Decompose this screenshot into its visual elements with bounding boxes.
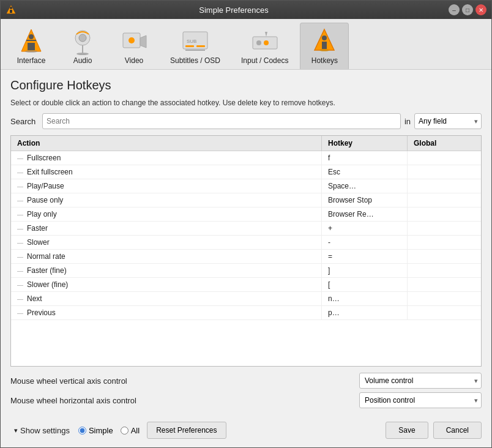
svg-marker-13 [140, 35, 146, 48]
td-action: Play/Pause [11, 179, 322, 193]
footer: Show settings Simple All Reset Preferenc… [1, 422, 491, 447]
td-hotkey: n… [322, 292, 408, 305]
td-global [408, 236, 481, 249]
table-row[interactable]: Next n… [11, 292, 481, 306]
th-global: Global [408, 136, 481, 151]
td-global [408, 165, 481, 179]
svg-rect-17 [185, 45, 194, 47]
simple-radio[interactable] [78, 427, 86, 435]
td-action: Faster (fine) [11, 264, 322, 277]
table-row[interactable]: Play/Pause Space… [11, 179, 481, 193]
table-row[interactable]: Slower - [11, 236, 481, 250]
search-input[interactable] [42, 113, 401, 129]
td-global [408, 193, 481, 207]
simple-radio-label[interactable]: Simple [78, 426, 113, 435]
titlebar-title: Simple Preferences [19, 6, 449, 15]
horizontal-axis-label: Mouse wheel horizontal axis control [10, 396, 136, 405]
tab-hotkeys[interactable]: Hotkeys [300, 23, 349, 69]
td-global [408, 222, 481, 235]
titlebar: Simple Preferences – □ ✕ [1, 1, 491, 19]
horizontal-axis-select-wrapper: Position control Volume control None [359, 392, 482, 408]
horizontal-axis-select[interactable]: Position control Volume control None [359, 392, 482, 408]
svg-rect-18 [196, 45, 205, 47]
table-row[interactable]: Slower (fine) [ [11, 278, 481, 292]
hotkeys-icon [310, 27, 339, 56]
show-settings-button[interactable]: Show settings [10, 425, 73, 436]
vertical-axis-select[interactable]: Volume control Position control None [359, 373, 482, 389]
show-settings-label: Show settings [20, 426, 70, 435]
tab-interface-label: Interface [17, 56, 46, 65]
vlc-logo-icon [6, 4, 17, 15]
tab-hotkeys-label: Hotkeys [311, 56, 338, 65]
table-header: Action Hotkey Global [11, 136, 481, 151]
settings-mode-radio-group: Simple All [78, 426, 140, 435]
td-action: Slower (fine) [11, 278, 322, 291]
vertical-axis-select-wrapper: Volume control Position control None [359, 373, 482, 389]
td-hotkey: p… [322, 306, 408, 319]
td-hotkey: = [322, 250, 408, 263]
table-row[interactable]: Play only Browser Re… [11, 207, 481, 222]
table-row[interactable]: Exit fullscreen Esc [11, 165, 481, 179]
td-action: Play only [11, 207, 322, 221]
save-label: Save [398, 426, 415, 435]
save-button[interactable]: Save [386, 422, 428, 439]
table-row[interactable]: Previous p… [11, 306, 481, 320]
svg-point-6 [29, 34, 34, 39]
minimize-button[interactable]: – [449, 4, 460, 15]
horizontal-axis-row: Mouse wheel horizontal axis control Posi… [10, 392, 482, 408]
svg-marker-23 [265, 32, 267, 37]
in-label: in [404, 117, 411, 126]
td-global [408, 292, 481, 305]
all-radio-label[interactable]: All [121, 426, 140, 435]
td-action: Next [11, 292, 322, 305]
svg-point-2 [10, 7, 12, 9]
tab-subtitles-label: Subtitles / OSD [170, 56, 220, 65]
svg-rect-25 [322, 42, 327, 49]
field-select-wrapper: Any field Action Hotkey Global [414, 113, 482, 129]
table-body[interactable]: Fullscreen f Exit fullscreen Esc Play/Pa… [11, 151, 481, 366]
svg-point-26 [322, 35, 327, 40]
tab-subtitles[interactable]: SUB Subtitles / OSD [161, 23, 229, 69]
svg-point-11 [76, 53, 89, 55]
tab-input[interactable]: Input / Codecs [232, 23, 297, 69]
hotkeys-table: Action Hotkey Global Fullscreen f Exit f… [10, 135, 482, 367]
tab-video[interactable]: Video [110, 23, 158, 69]
all-radio[interactable] [121, 427, 129, 435]
titlebar-left [6, 4, 19, 15]
tab-video-label: Video [125, 56, 143, 65]
search-label: Search [10, 117, 39, 126]
td-action: Normal rate [11, 250, 322, 263]
td-hotkey: [ [322, 278, 408, 291]
table-row[interactable]: Faster (fine) ] [11, 264, 481, 278]
field-select[interactable]: Any field Action Hotkey Global [414, 113, 482, 129]
td-hotkey: Browser Stop [322, 193, 408, 207]
table-row[interactable]: Normal rate = [11, 250, 481, 264]
cancel-button[interactable]: Cancel [433, 422, 482, 439]
table-row[interactable]: Pause only Browser Stop [11, 193, 481, 207]
all-label: All [131, 426, 140, 435]
maximize-button[interactable]: □ [462, 4, 473, 15]
td-hotkey: f [322, 151, 408, 165]
td-action: Pause only [11, 193, 322, 207]
table-row[interactable]: Faster + [11, 222, 481, 236]
svg-point-27 [319, 49, 329, 51]
svg-rect-1 [10, 10, 12, 13]
td-hotkey: Space… [322, 179, 408, 193]
table-row[interactable]: Fullscreen f [11, 151, 481, 165]
tab-audio[interactable]: Audio [58, 23, 107, 69]
td-hotkey: - [322, 236, 408, 249]
tab-input-label: Input / Codecs [241, 56, 288, 65]
td-hotkey: Browser Re… [322, 207, 408, 221]
interface-icon [17, 27, 46, 56]
tab-interface[interactable]: Interface [7, 23, 56, 69]
td-global [408, 250, 481, 263]
vertical-axis-label: Mouse wheel vertical axis control [10, 376, 127, 386]
close-button[interactable]: ✕ [475, 4, 486, 15]
main-window: Simple Preferences – □ ✕ Interface [0, 0, 492, 448]
svg-point-22 [264, 40, 269, 45]
td-global [408, 151, 481, 165]
reset-preferences-button[interactable]: Reset Preferences [147, 422, 226, 439]
svg-point-9 [79, 34, 86, 42]
th-action: Action [11, 136, 322, 151]
td-hotkey: ] [322, 264, 408, 277]
